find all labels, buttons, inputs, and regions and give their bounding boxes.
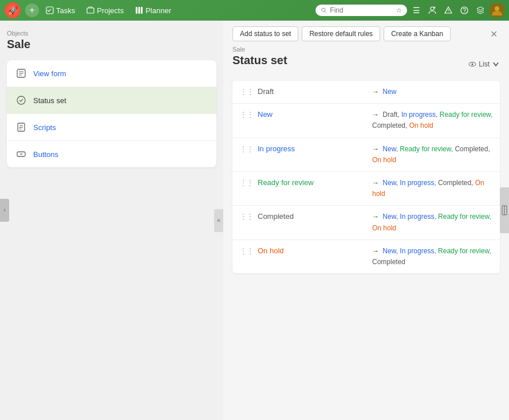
header-actions: Add status to set Restore default rules … <box>232 26 451 41</box>
create-kanban-btn[interactable]: Create a Kanban <box>384 26 451 41</box>
objects-label: Objects <box>7 30 216 37</box>
nav-projects-label: Projects <box>97 6 124 15</box>
svg-point-8 <box>448 12 449 13</box>
drag-handle[interactable]: ⋮⋮ <box>239 144 253 154</box>
view-mode-label: List <box>479 60 490 68</box>
search-box[interactable] <box>315 5 407 16</box>
drag-handle[interactable]: ⋮⋮ <box>239 178 253 187</box>
status-set-label: Status set <box>33 96 66 105</box>
svg-point-12 <box>495 6 499 11</box>
table-row[interactable]: ⋮⋮ On hold → New, In progress, Ready for… <box>232 240 500 273</box>
table-row[interactable]: ⋮⋮ Ready for review → New, In progress, … <box>232 172 500 206</box>
sidebar: Objects Sale View form <box>0 21 223 420</box>
row-transitions-on-hold: → New, In progress, Ready for review, Co… <box>372 246 493 268</box>
close-btn[interactable]: ✕ <box>487 28 500 40</box>
sidebar-item-scripts[interactable]: f() Scripts <box>7 114 216 141</box>
status-name-ready-for-review: Ready for review <box>258 178 372 187</box>
status-icon <box>15 94 27 107</box>
status-name-new: New <box>258 109 372 119</box>
menu-icon-btn[interactable]: ☰ <box>409 3 423 17</box>
add-status-btn[interactable]: Add status to set <box>232 26 298 41</box>
navbar: 🚀 + Tasks Projects Planner <box>0 0 509 21</box>
right-header: Add status to set Restore default rules … <box>223 21 509 41</box>
buttons-label: Buttons <box>33 150 58 159</box>
svg-rect-3 <box>139 7 140 14</box>
svg-point-17 <box>17 96 25 104</box>
add-button[interactable]: + <box>25 3 39 17</box>
row-transitions-new: → Draft, In progress, Ready for review, … <box>372 109 493 131</box>
svg-text:f(): f() <box>19 127 22 130</box>
search-icon <box>321 7 326 14</box>
table-row[interactable]: ⋮⋮ New → Draft, In progress, Ready for r… <box>232 104 500 138</box>
restore-btn[interactable]: Restore default rules <box>302 26 380 41</box>
nav-tasks[interactable]: Tasks <box>41 4 80 17</box>
svg-point-25 <box>472 63 474 65</box>
table-row[interactable]: ⋮⋮ In progress → New, Ready for review, … <box>232 138 500 172</box>
right-side-panel-btn[interactable] <box>500 187 509 233</box>
avatar[interactable] <box>490 3 504 18</box>
row-transitions-completed: → New, In progress, Ready for review, On… <box>372 211 493 233</box>
projects-icon <box>86 6 94 14</box>
user-star-icon <box>428 6 437 15</box>
search-input[interactable] <box>330 6 392 14</box>
form-icon <box>15 67 27 80</box>
view-toggle[interactable]: List <box>468 60 500 68</box>
nav-planner[interactable]: Planner <box>131 4 176 17</box>
status-table: ⋮⋮ Draft → New ⋮⋮ New → Draft, In progre… <box>232 81 500 273</box>
table-row[interactable]: ⋮⋮ Draft → New <box>232 81 500 104</box>
svg-rect-1 <box>87 8 94 13</box>
sidebar-item-status-set[interactable]: Status set <box>7 87 216 114</box>
view-form-label: View form <box>33 69 66 78</box>
status-name-completed: Completed <box>258 211 372 221</box>
task-icon <box>46 6 54 14</box>
row-transitions-in-progress: → New, Ready for review, Completed, On h… <box>372 144 493 166</box>
svg-point-5 <box>322 8 325 11</box>
buttons-icon <box>15 148 27 160</box>
content-title: Status set <box>232 54 287 67</box>
svg-rect-2 <box>136 7 137 14</box>
app-logo[interactable]: 🚀 <box>5 2 21 18</box>
nav-planner-label: Planner <box>145 6 171 15</box>
left-panel: Objects Sale View form <box>0 21 223 420</box>
main-container: Objects Sale View form <box>0 21 509 420</box>
status-name-on-hold: On hold <box>258 246 372 255</box>
right-panel-icon <box>502 205 507 216</box>
sidebar-menu: View form Status set <box>7 60 216 167</box>
scripts-icon: f() <box>15 121 27 134</box>
content-area: Sale Status set List ⋮⋮ <box>223 41 509 420</box>
eye-icon <box>468 60 476 68</box>
status-name-in-progress: In progress <box>258 144 372 153</box>
expand-left-btn[interactable]: › <box>0 199 9 222</box>
svg-point-10 <box>464 12 465 13</box>
user-star-icon-btn[interactable] <box>425 3 439 17</box>
svg-rect-4 <box>141 7 143 14</box>
breadcrumb: Sale <box>232 46 500 53</box>
sidebar-item-buttons[interactable]: Buttons <box>7 141 216 167</box>
sidebar-title: Sale <box>7 38 216 51</box>
svg-point-6 <box>431 7 434 10</box>
layers-icon-btn[interactable] <box>474 3 487 17</box>
row-transitions-draft: → New <box>372 87 493 97</box>
right-panel: Add status to set Restore default rules … <box>223 21 509 420</box>
nav-projects[interactable]: Projects <box>82 4 128 17</box>
content-title-row: Status set List <box>232 54 500 74</box>
sidebar-item-view-form[interactable]: View form <box>7 60 216 87</box>
status-name-draft: Draft <box>258 87 372 96</box>
drag-handle[interactable]: ⋮⋮ <box>239 211 253 221</box>
help-icon <box>460 6 468 14</box>
alert-icon-btn[interactable] <box>441 3 455 17</box>
svg-point-9 <box>461 7 468 14</box>
help-icon-btn[interactable] <box>457 3 471 17</box>
scripts-label: Scripts <box>33 123 56 132</box>
planner-icon <box>135 6 143 14</box>
collapse-sidebar-btn[interactable]: « <box>214 209 223 232</box>
drag-handle[interactable]: ⋮⋮ <box>239 246 253 256</box>
table-row[interactable]: ⋮⋮ Completed → New, In progress, Ready f… <box>232 206 500 240</box>
avatar-icon <box>490 3 504 18</box>
nav-tasks-label: Tasks <box>56 6 75 15</box>
star-icon <box>396 7 401 14</box>
drag-handle[interactable]: ⋮⋮ <box>239 87 253 96</box>
row-transitions-ready-for-review: → New, In progress, Completed, On hold <box>372 178 493 199</box>
chevron-down-icon <box>492 60 500 68</box>
drag-handle[interactable]: ⋮⋮ <box>239 109 253 119</box>
